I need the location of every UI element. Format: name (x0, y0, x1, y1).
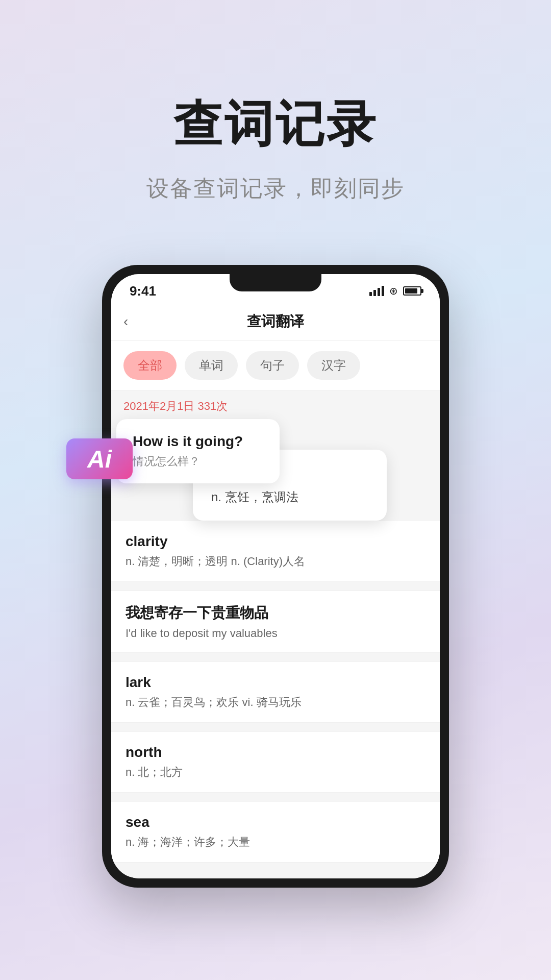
phone-notch (230, 274, 321, 291)
status-time: 9:41 (130, 283, 156, 299)
filter-tab-all[interactable]: 全部 (123, 351, 177, 380)
list-item[interactable]: sea n. 海；海洋；许多；大量 (111, 802, 440, 863)
content-area: How is it going? 情况怎么样？ cuisine n. 烹饪，烹调… (111, 419, 440, 878)
phone-shell: 9:41 ⊛ ‹ 查词翻译 全部 单词 (102, 265, 449, 888)
battery-icon (403, 286, 421, 296)
item-def-sea: n. 海；海洋；许多；大量 (126, 835, 425, 850)
list-item[interactable]: north n. 北；北方 (111, 732, 440, 793)
list-item-spacer (111, 653, 440, 662)
status-icons: ⊛ (369, 285, 421, 297)
item-word-lark: lark (126, 674, 425, 691)
filter-tab-word[interactable]: 单词 (185, 351, 238, 380)
item-def-lark: n. 云雀；百灵鸟；欢乐 vi. 骑马玩乐 (126, 695, 425, 710)
item-word-sea: sea (126, 814, 425, 830)
item-word-clarity: clarity (126, 533, 425, 550)
filter-tabs: 全部 单词 句子 汉字 (111, 341, 440, 390)
hero-subtitle: 设备查词记录，即刻同步 (146, 174, 405, 204)
ai-badge: Ai (66, 438, 133, 479)
list-item[interactable]: clarity n. 清楚，明晰；透明 n. (Clarity)人名 (111, 521, 440, 582)
filter-tab-sentence[interactable]: 句子 (246, 351, 299, 380)
item-word-north: north (126, 744, 425, 761)
wifi-icon: ⊛ (389, 285, 398, 297)
back-button[interactable]: ‹ (123, 313, 128, 330)
hero-section: 查词记录 设备查词记录，即刻同步 (0, 0, 551, 234)
list-item[interactable]: 我想寄存一下贵重物品 I'd like to deposit my valuab… (111, 591, 440, 653)
sentence-main: How is it going? (133, 433, 263, 450)
item-def-clarity: n. 清楚，明晰；透明 n. (Clarity)人名 (126, 554, 425, 569)
nav-title: 查词翻译 (247, 312, 304, 331)
sentence-sub: 情况怎么样？ (133, 454, 263, 469)
item-def-sentence2: I'd like to deposit my valuables (126, 627, 425, 640)
hero-title: 查词记录 (173, 92, 378, 158)
list-item[interactable] (111, 582, 440, 591)
filter-tab-hanzi[interactable]: 汉字 (307, 351, 360, 380)
list-item-spacer (111, 723, 440, 731)
list-item[interactable]: lark n. 云雀；百灵鸟；欢乐 vi. 骑马玩乐 (111, 662, 440, 723)
word-cuisine-def: n. 烹饪，烹调法 (211, 489, 368, 505)
item-def-north: n. 北；北方 (126, 765, 425, 780)
list-item-spacer (111, 793, 440, 801)
ai-badge-container: Ai (66, 438, 133, 479)
floating-card-sentence[interactable]: How is it going? 情况怎么样？ (116, 419, 280, 483)
phone-screen: 9:41 ⊛ ‹ 查词翻译 全部 单词 (111, 274, 440, 878)
date-text: 2021年2月1日 331次 (123, 400, 228, 412)
date-header: 2021年2月1日 331次 (111, 390, 440, 419)
item-word-sentence2: 我想寄存一下贵重物品 (126, 603, 425, 623)
top-nav: ‹ 查词翻译 (111, 304, 440, 341)
signal-icon (369, 286, 384, 296)
phone-mockup: Ai 9:41 ⊛ ‹ 查词 (82, 265, 469, 888)
